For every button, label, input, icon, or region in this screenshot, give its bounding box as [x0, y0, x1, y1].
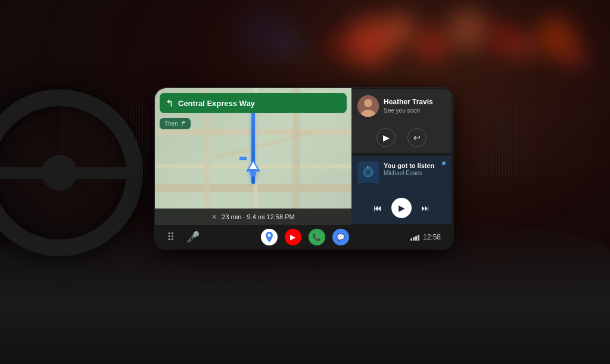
- bar-2: [413, 237, 415, 241]
- prev-track-button[interactable]: ⏮: [374, 203, 382, 213]
- reply-button[interactable]: ↩: [407, 128, 427, 147]
- speaker-left: [60, 104, 149, 176]
- music-card[interactable]: H You got to listen Michael Evans ⏮ ▶: [351, 155, 452, 224]
- maps-app-icon[interactable]: [261, 229, 278, 245]
- status-area: 12:58: [410, 233, 441, 241]
- svg-point-7: [366, 170, 370, 174]
- bar-3: [415, 236, 417, 241]
- music-title: You got to listen: [384, 161, 446, 170]
- contact-subtitle: See you soon: [384, 107, 446, 114]
- apps-grid-icon[interactable]: ⠿: [167, 231, 175, 244]
- youtube-icon-label: ▶: [290, 233, 295, 241]
- svg-point-3: [365, 99, 372, 107]
- contact-info-area: Heather Travis See you soon: [357, 95, 446, 117]
- svg-text:H: H: [366, 165, 369, 169]
- map-area[interactable]: ↰ Central Express Way Then ↱ ✕ 23 min ·: [155, 88, 351, 225]
- then-label: Then: [164, 120, 178, 127]
- play-message-button[interactable]: ▶: [376, 128, 396, 147]
- background: ↰ Central Express Way Then ↱ ✕ 23 min ·: [0, 0, 610, 364]
- then-turn-icon: ↱: [180, 120, 186, 127]
- messages-app-icon[interactable]: 💬: [332, 229, 349, 245]
- phone-icon-label: 📞: [312, 233, 321, 241]
- contact-name: Heather Travis: [384, 98, 446, 106]
- contact-text: Heather Travis See you soon: [384, 98, 446, 114]
- location-marker: [246, 160, 260, 176]
- phone-app-icon[interactable]: 📞: [309, 229, 325, 245]
- nav-street-name: Central Express Way: [178, 99, 341, 108]
- youtube-app-icon[interactable]: ▶: [285, 229, 301, 245]
- bar-4: [418, 235, 419, 241]
- screen-content: ↰ Central Express Way Then ↱ ✕ 23 min ·: [155, 88, 453, 249]
- maps-icon-svg: [263, 231, 275, 243]
- android-auto-screen: ↰ Central Express Way Then ↱ ✕ 23 min ·: [155, 88, 453, 249]
- speaker-right: [473, 104, 592, 176]
- contact-avatar: [357, 95, 379, 117]
- eta-info: 23 min · 9.4 mi 12:58 PM: [222, 213, 294, 220]
- music-text: You got to listen Michael Evans: [384, 161, 446, 176]
- contact-card[interactable]: Heather Travis See you soon ▶ ↩: [351, 89, 452, 153]
- contact-actions: ▶ ↩: [357, 126, 446, 147]
- right-panel: Heather Travis See you soon ▶ ↩: [351, 88, 453, 225]
- music-controls: ⏮ ▶ ⏭: [357, 198, 446, 218]
- music-status-dot: [442, 161, 446, 165]
- music-info-area: H You got to listen Michael Evans: [357, 161, 446, 183]
- nav-left-area: ⠿ 🎤: [167, 231, 200, 244]
- signal-strength-icon: [410, 234, 419, 241]
- messages-icon-label: 💬: [337, 234, 345, 241]
- play-pause-button[interactable]: ▶: [391, 198, 412, 218]
- map-bottom-bar: ✕ 23 min · 9.4 mi 12:58 PM: [155, 209, 351, 225]
- turn-left-icon: ↰: [166, 98, 173, 109]
- music-artist: Michael Evans: [384, 170, 446, 176]
- svg-point-9: [267, 234, 270, 237]
- bar-1: [410, 238, 412, 241]
- close-route-icon[interactable]: ✕: [211, 213, 217, 221]
- status-time: 12:58: [423, 233, 441, 241]
- next-track-button[interactable]: ⏭: [421, 203, 430, 213]
- nav-banner[interactable]: ↰ Central Express Way: [160, 93, 347, 113]
- nav-then-instruction: Then ↱: [160, 118, 191, 129]
- nav-apps-area: ▶ 📞 💬: [261, 229, 349, 245]
- album-image: H: [357, 161, 379, 183]
- microphone-icon[interactable]: 🎤: [186, 231, 200, 244]
- music-album-art: H: [357, 161, 379, 183]
- avatar-image: [357, 95, 379, 117]
- screen-main-area: ↰ Central Express Way Then ↱ ✕ 23 min ·: [155, 88, 453, 225]
- bottom-nav-bar: ⠿ 🎤 ▶: [155, 225, 453, 249]
